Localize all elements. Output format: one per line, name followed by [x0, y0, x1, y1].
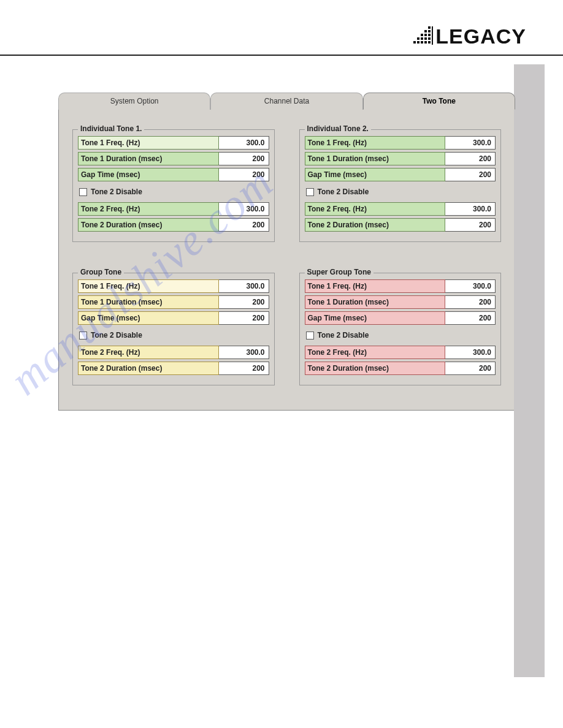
- t1dur-label: Tone 1 Duration (msec): [305, 295, 446, 309]
- t2freq-label: Tone 2 Freq. (Hz): [305, 346, 446, 359]
- gap-label: Gap Time (msec): [305, 311, 446, 325]
- group-legend: Super Group Tone: [305, 268, 373, 276]
- tone2-disable-label: Tone 2 Disable: [318, 331, 369, 339]
- svg-rect-3: [421, 34, 423, 36]
- tab-bar: System Option Channel Data Two Tone: [58, 93, 515, 110]
- gap-input[interactable]: 200: [445, 311, 496, 325]
- two-tone-dialog: System Option Channel Data Two Tone Indi…: [58, 93, 515, 411]
- t2dur-input[interactable]: 200: [219, 218, 269, 232]
- gap-input[interactable]: 200: [219, 168, 269, 181]
- svg-rect-6: [417, 37, 419, 40]
- t1dur-input[interactable]: 200: [445, 152, 496, 165]
- t1dur-input[interactable]: 200: [219, 152, 269, 165]
- group-legend: Group Tone: [78, 268, 124, 276]
- t2dur-label: Tone 2 Duration (msec): [78, 362, 219, 375]
- svg-rect-13: [424, 41, 427, 44]
- svg-rect-11: [417, 41, 419, 44]
- t2dur-label: Tone 2 Duration (msec): [78, 218, 219, 232]
- group-legend: Individual Tone 2.: [305, 124, 371, 133]
- group-individual-tone-2: Individual Tone 2. Tone 1 Freq. (Hz) 300…: [299, 129, 502, 242]
- tone2-disable-checkbox[interactable]: [306, 332, 314, 339]
- svg-rect-4: [424, 34, 427, 36]
- t2freq-label: Tone 2 Freq. (Hz): [78, 202, 219, 216]
- t1dur-input[interactable]: 200: [445, 295, 496, 309]
- t2dur-label: Tone 2 Duration (msec): [305, 218, 446, 232]
- svg-rect-10: [413, 41, 416, 44]
- svg-rect-7: [421, 37, 423, 40]
- t1dur-input[interactable]: 200: [219, 295, 269, 309]
- t1freq-input[interactable]: 300.0: [445, 279, 496, 293]
- gap-input[interactable]: 200: [219, 311, 269, 325]
- tone2-disable-checkbox[interactable]: [79, 188, 87, 196]
- t2freq-label: Tone 2 Freq. (Hz): [305, 202, 446, 216]
- svg-rect-15: [432, 26, 433, 45]
- group-legend: Individual Tone 1.: [78, 124, 144, 133]
- tab-system-option[interactable]: System Option: [58, 93, 210, 110]
- two-tone-panel: Individual Tone 1. Tone 1 Freq. (Hz) 300…: [58, 110, 515, 411]
- tone2-disable-checkbox[interactable]: [79, 332, 87, 339]
- t1freq-label: Tone 1 Freq. (Hz): [305, 279, 446, 293]
- tab-channel-data[interactable]: Channel Data: [210, 93, 362, 110]
- group-group-tone: Group Tone Tone 1 Freq. (Hz) 300.0 Tone …: [72, 273, 275, 385]
- svg-rect-5: [428, 34, 431, 36]
- t2freq-label: Tone 2 Freq. (Hz): [78, 346, 219, 359]
- gap-label: Gap Time (msec): [78, 311, 219, 325]
- right-margin-strip: [514, 64, 545, 677]
- t1dur-label: Tone 1 Duration (msec): [78, 295, 219, 309]
- t2freq-input[interactable]: 300.0: [219, 202, 269, 216]
- group-super-group-tone: Super Group Tone Tone 1 Freq. (Hz) 300.0…: [299, 273, 502, 385]
- t2freq-input[interactable]: 300.0: [445, 202, 496, 216]
- tone2-disable-label: Tone 2 Disable: [91, 331, 142, 339]
- tone2-disable-label: Tone 2 Disable: [91, 188, 142, 196]
- t1freq-label: Tone 1 Freq. (Hz): [78, 279, 219, 293]
- tone2-disable-label: Tone 2 Disable: [318, 188, 369, 196]
- svg-rect-12: [421, 41, 423, 44]
- svg-rect-0: [428, 26, 431, 29]
- t2freq-input[interactable]: 300.0: [219, 346, 269, 359]
- t1freq-input[interactable]: 300.0: [219, 279, 269, 293]
- t2freq-input[interactable]: 300.0: [445, 346, 496, 359]
- t2dur-input[interactable]: 200: [219, 362, 269, 375]
- t1freq-input[interactable]: 300.0: [445, 136, 496, 150]
- t1dur-label: Tone 1 Duration (msec): [78, 152, 219, 165]
- t2dur-input[interactable]: 200: [445, 218, 496, 232]
- page-header: LEGACY: [0, 0, 563, 56]
- logo-text: LEGACY: [435, 25, 526, 48]
- svg-rect-14: [428, 41, 431, 44]
- t1freq-input[interactable]: 300.0: [219, 136, 269, 150]
- gap-label: Gap Time (msec): [305, 168, 446, 181]
- t1freq-label: Tone 1 Freq. (Hz): [78, 136, 219, 150]
- svg-rect-1: [424, 30, 427, 32]
- group-individual-tone-1: Individual Tone 1. Tone 1 Freq. (Hz) 300…: [72, 129, 275, 242]
- svg-rect-8: [424, 37, 427, 40]
- t1freq-label: Tone 1 Freq. (Hz): [305, 136, 446, 150]
- tone2-disable-checkbox[interactable]: [306, 188, 314, 196]
- svg-rect-2: [428, 30, 431, 32]
- logo: LEGACY: [413, 25, 526, 48]
- tab-two-tone[interactable]: Two Tone: [363, 93, 515, 110]
- gap-label: Gap Time (msec): [78, 168, 219, 181]
- gap-input[interactable]: 200: [445, 168, 496, 181]
- t1dur-label: Tone 1 Duration (msec): [305, 152, 446, 165]
- t2dur-input[interactable]: 200: [445, 362, 496, 375]
- t2dur-label: Tone 2 Duration (msec): [305, 362, 446, 375]
- logo-dots-icon: [413, 26, 433, 47]
- svg-rect-9: [428, 37, 431, 40]
